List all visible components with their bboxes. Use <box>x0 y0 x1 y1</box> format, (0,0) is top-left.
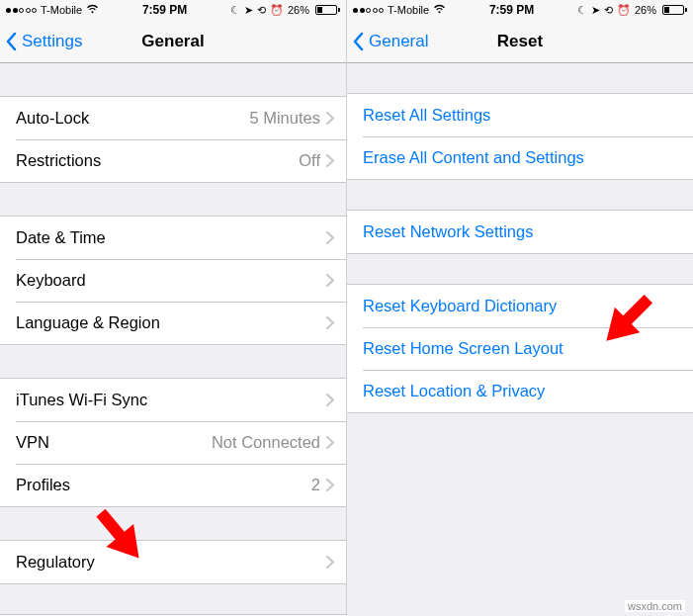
row-label: Date & Time <box>16 228 106 247</box>
row-language-region[interactable]: Language & Region <box>0 302 346 344</box>
location-icon: ➤ <box>591 4 600 17</box>
chevron-right-icon <box>326 231 334 244</box>
reset-list[interactable]: Reset All Settings Erase All Content and… <box>347 63 693 616</box>
signal-dots-icon <box>353 8 384 13</box>
location-icon: ➤ <box>244 4 253 17</box>
row-reset-home-screen-layout[interactable]: Reset Home Screen Layout <box>347 327 693 370</box>
row-label: Regulatory <box>16 553 95 572</box>
row-itunes-wifi-sync[interactable]: iTunes Wi-Fi Sync <box>0 379 346 421</box>
watermark: wsxdn.com <box>625 600 685 612</box>
chevron-right-icon <box>326 112 334 125</box>
chevron-right-icon <box>326 479 334 491</box>
row-value: 5 Minutes <box>249 109 320 128</box>
row-reset-network-settings[interactable]: Reset Network Settings <box>347 211 693 253</box>
chevron-right-icon <box>326 154 334 167</box>
chevron-left-icon <box>353 32 365 51</box>
settings-list[interactable]: Auto-Lock 5 Minutes Restrictions Off Dat… <box>0 63 346 616</box>
row-value: Not Connected <box>212 433 320 452</box>
row-value: Off <box>299 151 320 170</box>
chevron-right-icon <box>326 556 334 569</box>
back-label: Settings <box>22 32 82 51</box>
row-label: VPN <box>16 433 49 452</box>
status-bar: T-Mobile 7:59 PM ☾ ➤ ⟲ ⏰ 26% <box>347 0 693 20</box>
moon-icon: ☾ <box>577 4 587 17</box>
row-label: Profiles <box>16 476 70 494</box>
rotation-lock-icon: ⟲ <box>257 4 266 17</box>
alarm-icon: ⏰ <box>270 4 284 17</box>
chevron-right-icon <box>326 436 334 449</box>
battery-pct: 26% <box>635 4 656 16</box>
row-label: Auto-Lock <box>16 109 89 128</box>
row-reset-location-privacy[interactable]: Reset Location & Privacy <box>347 370 693 412</box>
rotation-lock-icon: ⟲ <box>604 4 613 17</box>
battery-icon <box>660 5 687 15</box>
signal-dots-icon <box>6 8 37 13</box>
row-label: Restrictions <box>16 151 101 170</box>
row-date-time[interactable]: Date & Time <box>0 217 346 259</box>
row-label: Keyboard <box>16 271 86 290</box>
chevron-right-icon <box>326 274 334 287</box>
row-label: Erase All Content and Settings <box>363 148 584 167</box>
battery-pct: 26% <box>288 4 309 16</box>
row-label: Reset Network Settings <box>363 222 533 241</box>
row-value: 2 <box>311 476 320 494</box>
phone-general: T-Mobile 7:59 PM ☾ ➤ ⟲ ⏰ 26% Settings <box>0 0 347 616</box>
row-keyboard[interactable]: Keyboard <box>0 259 346 302</box>
wifi-icon <box>86 4 99 16</box>
row-reset-all-settings[interactable]: Reset All Settings <box>347 94 693 136</box>
nav-bar: Settings General <box>0 20 346 63</box>
row-vpn[interactable]: VPN Not Connected <box>0 421 346 464</box>
row-auto-lock[interactable]: Auto-Lock 5 Minutes <box>0 97 346 139</box>
alarm-icon: ⏰ <box>617 4 631 17</box>
back-label: General <box>369 32 428 51</box>
chevron-right-icon <box>326 316 334 329</box>
nav-bar: General Reset <box>347 20 693 63</box>
row-profiles[interactable]: Profiles 2 <box>0 464 346 506</box>
chevron-left-icon <box>6 32 18 51</box>
status-time: 7:59 PM <box>489 3 534 17</box>
back-button[interactable]: Settings <box>0 32 82 51</box>
row-regulatory[interactable]: Regulatory <box>0 541 346 583</box>
wifi-icon <box>433 4 446 16</box>
carrier-label: T-Mobile <box>388 4 429 16</box>
row-restrictions[interactable]: Restrictions Off <box>0 139 346 182</box>
row-erase-all-content[interactable]: Erase All Content and Settings <box>347 136 693 179</box>
moon-icon: ☾ <box>230 4 240 17</box>
status-bar: T-Mobile 7:59 PM ☾ ➤ ⟲ ⏰ 26% <box>0 0 346 20</box>
status-time: 7:59 PM <box>142 3 187 17</box>
row-label: Reset Keyboard Dictionary <box>363 297 557 315</box>
row-label: Reset All Settings <box>363 106 490 125</box>
row-label: Reset Location & Privacy <box>363 382 545 400</box>
row-label: Reset Home Screen Layout <box>363 339 563 358</box>
carrier-label: T-Mobile <box>41 4 82 16</box>
row-label: iTunes Wi-Fi Sync <box>16 391 147 409</box>
phone-reset: T-Mobile 7:59 PM ☾ ➤ ⟲ ⏰ 26% General <box>347 0 693 616</box>
row-reset-keyboard-dictionary[interactable]: Reset Keyboard Dictionary <box>347 285 693 327</box>
battery-icon <box>313 5 340 15</box>
row-label: Language & Region <box>16 313 160 332</box>
back-button[interactable]: General <box>347 32 428 51</box>
chevron-right-icon <box>326 394 334 406</box>
